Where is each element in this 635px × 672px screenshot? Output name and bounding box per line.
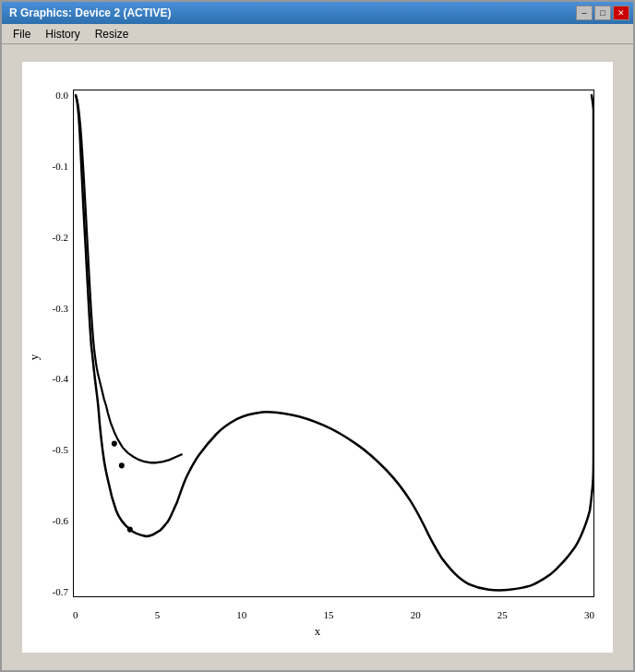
title-bar: R Graphics: Device 2 (ACTIVE) – □ ✕	[2, 2, 633, 24]
main-window: R Graphics: Device 2 (ACTIVE) – □ ✕ File…	[0, 0, 635, 672]
y-tick-4: -0.4	[53, 373, 68, 384]
y-tick-labels: 0.0 -0.1 -0.2 -0.3 -0.4 -0.5 -0.6 -0.7	[41, 90, 68, 597]
minimize-button[interactable]: –	[576, 6, 593, 20]
x-tick-4: 20	[411, 609, 421, 620]
x-tick-2: 10	[236, 609, 246, 620]
x-tick-1: 5	[155, 609, 161, 620]
menu-bar: File History Resize	[2, 24, 633, 44]
menu-resize[interactable]: Resize	[88, 26, 137, 42]
chart-canvas	[73, 90, 594, 597]
x-tick-labels: 0 5 10 15 20 25 30	[73, 609, 594, 620]
y-tick-7: -0.7	[53, 586, 68, 597]
x-tick-3: 15	[323, 609, 333, 620]
menu-file[interactable]: File	[6, 26, 38, 42]
plot-container: y x 0.0 -0.1 -0.2 -0.3 -0.4 -0.5 -0.6 -0…	[22, 62, 613, 653]
x-tick-5: 25	[497, 609, 508, 620]
y-tick-2: -0.2	[53, 232, 68, 243]
x-tick-0: 0	[73, 609, 78, 620]
y-tick-0: 0.0	[55, 90, 68, 101]
x-tick-6: 30	[584, 609, 594, 620]
y-tick-5: -0.5	[53, 444, 68, 455]
y-axis-label: y	[27, 354, 42, 361]
menu-history[interactable]: History	[38, 26, 87, 42]
maximize-button[interactable]: □	[594, 6, 611, 20]
y-tick-6: -0.6	[53, 515, 68, 526]
svg-point-1	[119, 462, 125, 468]
x-axis-label: x	[315, 624, 321, 639]
plot-area: y x 0.0 -0.1 -0.2 -0.3 -0.4 -0.5 -0.6 -0…	[2, 44, 633, 670]
y-tick-1: -0.1	[53, 161, 68, 172]
window-title: R Graphics: Device 2 (ACTIVE)	[6, 6, 171, 19]
close-button[interactable]: ✕	[613, 6, 629, 20]
window-controls: – □ ✕	[576, 6, 629, 20]
y-tick-3: -0.3	[53, 303, 68, 314]
chart-svg	[74, 90, 593, 596]
svg-point-0	[112, 440, 117, 446]
svg-point-2	[127, 527, 133, 533]
